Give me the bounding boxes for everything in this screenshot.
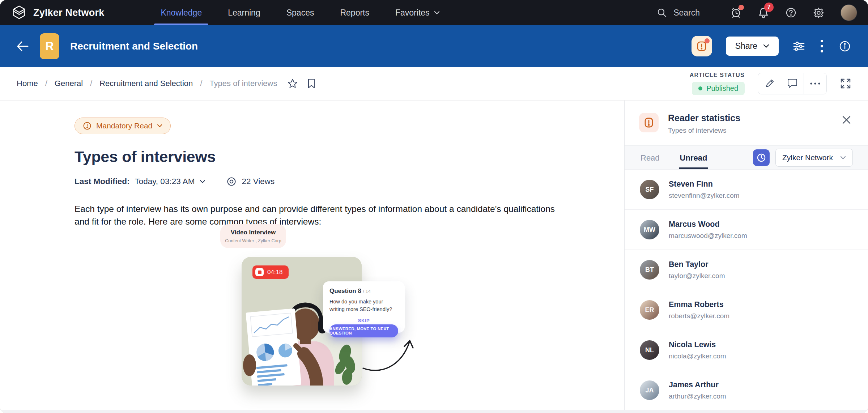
edit-pencil-button[interactable] (758, 73, 781, 94)
panel-title: Reader statistics (668, 113, 740, 123)
list-item[interactable]: NL Nicola Lewis nicola@zylker.com (625, 330, 868, 370)
user-name: Nicola Lewis (669, 340, 726, 349)
page-title: Types of interviews (75, 148, 624, 166)
comments-button[interactable] (781, 73, 804, 94)
more-options-kebab-icon[interactable] (819, 38, 825, 54)
mandatory-read-button[interactable] (692, 36, 712, 56)
tab-spaces[interactable]: Spaces (273, 0, 327, 25)
question-text: How do you make your writing more SEO-fr… (329, 298, 398, 313)
brand[interactable]: Zylker Network (11, 4, 104, 21)
recording-badge: 04:18 (252, 265, 289, 279)
video-interview-title: Video Interview (231, 229, 276, 236)
tab-read[interactable]: Read (640, 146, 660, 169)
list-item[interactable]: SF Steven Finn stevenfinn@zylker.com (625, 170, 868, 210)
avatar: MW (640, 220, 659, 239)
user-name: Ben Taylor (669, 260, 725, 269)
notifications-bell-icon[interactable]: 7 (758, 7, 769, 18)
top-navigation-bar: Zylker Network Knowledge Learning Spaces… (0, 0, 868, 25)
record-stop-icon (255, 268, 264, 276)
breadcrumb-general[interactable]: General (55, 79, 83, 88)
app-window: Zylker Network Knowledge Learning Spaces… (0, 0, 868, 413)
scope-selector-value: Zylker Network (782, 153, 833, 162)
list-item[interactable]: MW Marcus Wood marcuswood@zylker.com (625, 210, 868, 250)
curved-arrow-decoration (358, 332, 420, 374)
published-dot (698, 86, 702, 90)
user-email: taylor@zylker.com (669, 272, 725, 280)
space-context-bar: R Recruitment and Selection Share (0, 25, 868, 67)
space-initial-tile[interactable]: R (40, 33, 59, 59)
list-item[interactable]: ER Emma Roberts roberts@zylker.com (625, 290, 868, 330)
search-input[interactable]: Search (657, 8, 700, 18)
breadcrumb-separator: / (200, 79, 202, 88)
brand-name: Zylker Network (33, 7, 104, 18)
nav-right-cluster: Search 7 (657, 4, 857, 21)
article-meta: Last Modified: Today, 03:23 AM 22 Views (75, 176, 624, 187)
breadcrumb-bar: Home / General / Recruitment and Selecti… (0, 67, 868, 101)
recording-time: 04:18 (267, 269, 283, 276)
tab-knowledge[interactable]: Knowledge (148, 0, 215, 25)
mandatory-read-panel-icon (639, 113, 659, 132)
list-item[interactable]: BT Ben Taylor taylor@zylker.com (625, 250, 868, 290)
user-avatar[interactable] (841, 4, 857, 21)
breadcrumb-separator: / (45, 79, 47, 88)
favorite-star-icon[interactable] (287, 78, 298, 89)
zylker-logo-icon (11, 4, 27, 21)
panel-header: Reader statistics Types of interviews (625, 101, 868, 145)
article-main: Mandatory Read Types of interviews Last … (0, 101, 624, 413)
article-status-label: ARTICLE STATUS (690, 72, 745, 78)
avatar: JA (640, 380, 659, 400)
tab-favorites[interactable]: Favorites (382, 0, 453, 25)
alert-circle-icon (83, 122, 92, 130)
user-name: Emma Roberts (669, 300, 729, 309)
skip-link[interactable]: SKIP (329, 318, 398, 323)
list-item[interactable]: JA James Arthur arthur@zylker.com (625, 370, 868, 410)
chevron-down-icon (157, 124, 162, 128)
notification-count-badge: 7 (764, 3, 774, 12)
share-button[interactable]: Share (726, 37, 779, 56)
article-body-text: Each type of interview has its own purpo… (75, 203, 557, 228)
context-bar-actions: Share (692, 36, 851, 56)
question-number: Question 8 (329, 288, 361, 294)
avatar: SF (640, 180, 659, 199)
reminder-dot (739, 5, 744, 10)
help-icon[interactable] (785, 7, 797, 18)
chevron-down-icon[interactable] (200, 180, 205, 184)
reminders-icon[interactable] (730, 7, 742, 18)
last-modified-value: Today, 03:23 AM (135, 177, 195, 186)
breadcrumb-space[interactable]: Recruitment and Selection (99, 79, 193, 88)
close-icon[interactable] (842, 115, 851, 125)
article-action-group (758, 73, 827, 94)
avatar: ER (640, 300, 659, 320)
mandatory-read-pill[interactable]: Mandatory Read (75, 118, 171, 134)
breadcrumb-home[interactable]: Home (17, 79, 38, 88)
user-email: roberts@zylker.com (669, 312, 729, 320)
user-email: stevenfinn@zylker.com (669, 192, 740, 200)
unread-user-list: SF Steven Finn stevenfinn@zylker.com MW … (625, 170, 868, 413)
video-interview-subtitle: Content Writer , Zylker Corp (225, 238, 281, 243)
user-email: arthur@zylker.com (669, 392, 726, 400)
settings-gear-icon[interactable] (813, 7, 825, 19)
scope-selector-dropdown[interactable]: Zylker Network (775, 149, 853, 167)
user-email: nicola@zylker.com (669, 352, 726, 360)
video-interview-caption-card: Video Interview Content Writer , Zylker … (220, 224, 286, 248)
reader-tabs: Read Unread Zylker Network (625, 145, 868, 170)
user-name: Marcus Wood (669, 220, 747, 229)
answered-next-question-button[interactable]: ANSWERED, MOVE TO NEXT QUESTION (329, 324, 398, 337)
reader-statistics-panel: Reader statistics Types of interviews Re… (624, 101, 868, 413)
display-settings-icon[interactable] (792, 41, 805, 52)
breadcrumb: Home / General / Recruitment and Selecti… (17, 79, 277, 88)
info-icon[interactable] (838, 40, 851, 53)
fullscreen-expand-icon[interactable] (840, 78, 851, 89)
tab-reports[interactable]: Reports (327, 0, 382, 25)
avatar: NL (640, 340, 659, 360)
tab-unread[interactable]: Unread (679, 146, 708, 169)
tab-learning[interactable]: Learning (215, 0, 273, 25)
back-arrow-icon[interactable] (17, 41, 29, 52)
reminder-clock-button[interactable] (753, 149, 770, 166)
user-email: marcuswood@zylker.com (669, 232, 747, 240)
views-count: 22 Views (242, 177, 275, 186)
breadcrumb-current: Types of interviews (209, 79, 277, 88)
bookmark-icon[interactable] (307, 78, 316, 89)
user-name: Steven Finn (669, 180, 740, 189)
more-actions-ellipsis-button[interactable] (804, 73, 826, 94)
